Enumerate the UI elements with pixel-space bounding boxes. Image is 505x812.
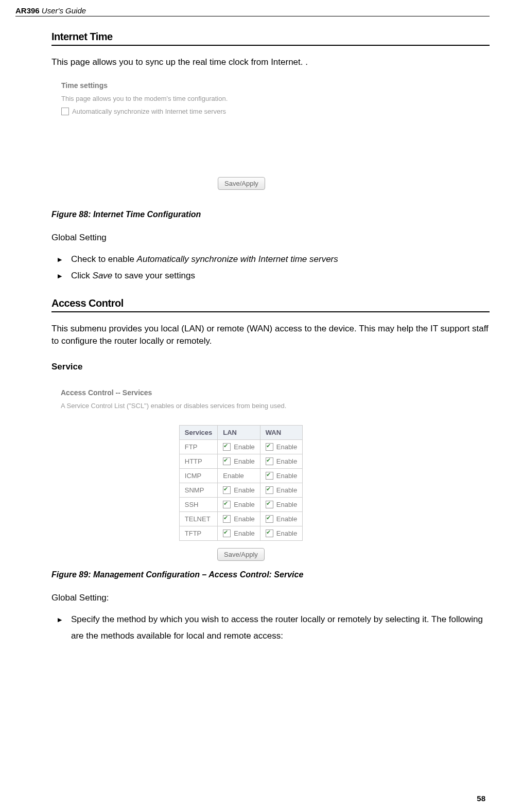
table-row: TELNETEnableEnable: [179, 511, 302, 526]
shot2-title: Access Control -- Services: [61, 389, 421, 397]
wan-cell: Enable: [260, 497, 302, 511]
wan-cell: Enable: [260, 511, 302, 526]
service-name: SNMP: [179, 483, 218, 497]
table-row: FTPEnableEnable: [179, 439, 302, 454]
col-lan: LAN: [218, 425, 260, 439]
wan-cell: Enable: [260, 468, 302, 483]
service-name: TFTP: [179, 526, 218, 540]
header-rule: [15, 16, 490, 16]
wan-enable-checkbox[interactable]: [266, 457, 273, 465]
table-row: HTTPEnableEnable: [179, 454, 302, 468]
enable-label: Enable: [276, 472, 297, 480]
figure-88-caption: Figure 88: Internet Time Configuration: [51, 210, 490, 219]
bullet-list-1: Check to enable Automatically synchroniz…: [51, 251, 490, 285]
col-services: Services: [179, 425, 218, 439]
wan-cell: Enable: [260, 526, 302, 540]
subheading-service: Service: [51, 362, 490, 372]
service-name: ICMP: [179, 468, 218, 483]
lan-enable-checkbox[interactable]: [223, 515, 231, 523]
lan-enable-checkbox[interactable]: [223, 486, 231, 494]
lan-cell: Enable: [218, 526, 260, 540]
screenshot-time-settings: Time settings This page allows you to th…: [51, 76, 431, 201]
lan-enable-checkbox[interactable]: [223, 457, 231, 465]
col-wan: WAN: [260, 425, 302, 439]
lan-cell: Enable: [218, 454, 260, 468]
wan-enable-checkbox[interactable]: [266, 472, 273, 480]
list-item: Click Save to save your settings: [64, 268, 490, 284]
global-setting-label-2: Global Setting:: [51, 592, 490, 604]
shot2-desc: A Service Control List ("SCL") enables o…: [61, 402, 421, 410]
table-row: ICMPEnableEnable: [179, 468, 302, 483]
guide-suffix: User's Guide: [40, 6, 86, 15]
services-table: Services LAN WAN FTPEnableEnableHTTPEnab…: [179, 425, 303, 541]
wan-cell: Enable: [260, 439, 302, 454]
service-name: TELNET: [179, 511, 218, 526]
table-row: TFTPEnableEnable: [179, 526, 302, 540]
bullet-list-2: Specify the method by which you wish to …: [51, 611, 490, 645]
section-rule: [51, 311, 490, 312]
wan-enable-checkbox[interactable]: [266, 501, 273, 508]
screenshot-access-control: Access Control -- Services A Service Con…: [51, 381, 421, 561]
enable-label: Enable: [234, 515, 254, 523]
save-apply-button[interactable]: Save/Apply: [218, 177, 265, 190]
section-rule: [51, 45, 490, 46]
enable-label: Enable: [234, 486, 254, 494]
enable-label: Enable: [234, 529, 254, 537]
lan-cell: Enable: [218, 497, 260, 511]
lan-enable-checkbox[interactable]: [223, 443, 231, 451]
enable-label: Enable: [223, 472, 243, 480]
lan-cell: Enable: [218, 483, 260, 497]
enable-label: Enable: [234, 501, 254, 508]
service-name: HTTP: [179, 454, 218, 468]
wan-enable-checkbox[interactable]: [266, 443, 273, 451]
page-number: 58: [477, 794, 485, 803]
enable-label: Enable: [234, 457, 254, 465]
lan-cell: Enable: [218, 468, 260, 483]
wan-cell: Enable: [260, 483, 302, 497]
shot1-desc: This page allows you to the modem's time…: [61, 95, 422, 102]
section-title-access-control: Access Control: [51, 297, 490, 309]
wan-enable-checkbox[interactable]: [266, 515, 273, 523]
save-apply-button[interactable]: Save/Apply: [217, 548, 265, 561]
table-row: SNMPEnableEnable: [179, 483, 302, 497]
list-item: Specify the method by which you wish to …: [64, 611, 490, 645]
table-row: SSHEnableEnable: [179, 497, 302, 511]
lan-cell: Enable: [218, 439, 260, 454]
wan-enable-checkbox[interactable]: [266, 486, 273, 494]
enable-label: Enable: [234, 443, 254, 451]
wan-enable-checkbox[interactable]: [266, 529, 273, 537]
lan-enable-checkbox[interactable]: [223, 501, 231, 508]
intro-text-2: This submenu provides you local (LAN) or…: [51, 323, 490, 347]
lan-enable-checkbox[interactable]: [223, 529, 231, 537]
figure-89-caption: Figure 89: Management Configuration – Ac…: [51, 570, 490, 579]
auto-sync-checkbox[interactable]: [61, 108, 69, 115]
auto-sync-label: Automatically synchronize with Internet …: [72, 108, 226, 115]
intro-text-1: This page allows you to sync up the real…: [51, 56, 490, 68]
page-header: AR396 User's Guide: [15, 0, 490, 15]
enable-label: Enable: [276, 486, 297, 494]
shot1-title: Time settings: [61, 81, 422, 90]
enable-label: Enable: [276, 501, 297, 508]
global-setting-label-1: Global Setting: [51, 232, 490, 244]
wan-cell: Enable: [260, 454, 302, 468]
section-title-internet-time: Internet Time: [51, 31, 490, 43]
enable-label: Enable: [276, 457, 297, 465]
product-name: AR396: [15, 6, 40, 15]
service-name: SSH: [179, 497, 218, 511]
service-name: FTP: [179, 439, 218, 454]
list-item: Check to enable Automatically synchroniz…: [64, 251, 490, 268]
enable-label: Enable: [276, 529, 297, 537]
enable-label: Enable: [276, 515, 297, 523]
lan-cell: Enable: [218, 511, 260, 526]
enable-label: Enable: [276, 443, 297, 451]
